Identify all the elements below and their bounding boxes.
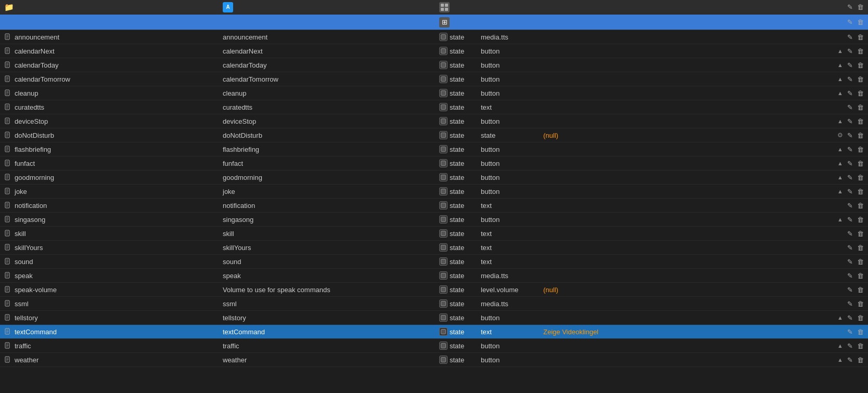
row-edit-btn[interactable]: ✎ [846,46,854,56]
row-type-col: state [437,356,479,364]
row-edit-btn[interactable]: ✎ [846,201,854,211]
table-row[interactable]: traffictrafficstatebutton▲✎🗑 [0,339,868,353]
row-up-arrow-btn[interactable]: ▲ [836,187,844,195]
row-up-arrow-btn[interactable]: ▲ [836,356,844,364]
row-delete-btn[interactable]: 🗑 [856,341,865,351]
row-edit-btn[interactable]: ✎ [846,243,854,253]
table-row[interactable]: calendarTomorrowcalendarTomorrowstatebut… [0,72,868,86]
row-edit-btn[interactable]: ✎ [846,116,854,126]
table-row[interactable]: jokejokestatebutton▲✎🗑 [0,185,868,199]
row-delete-btn[interactable]: 🗑 [856,102,865,112]
row-edit-btn[interactable]: ✎ [846,215,854,225]
row-up-arrow-btn[interactable]: ▲ [836,145,844,153]
row-edit-btn[interactable]: ✎ [846,173,854,182]
row-delete-btn[interactable]: 🗑 [856,257,865,267]
row-delete-btn[interactable]: 🗑 [856,313,865,323]
table-row[interactable]: flashbriefingflashbriefingstatebutton▲✎🗑 [0,142,868,156]
row-delete-btn[interactable]: 🗑 [856,215,865,225]
doc-icon [4,61,11,69]
table-row[interactable]: skillYoursskillYoursstatetext✎🗑 [0,241,868,255]
row-delete-btn[interactable]: 🗑 [856,327,865,337]
row-delete-btn[interactable]: 🗑 [856,159,865,168]
row-up-arrow-btn[interactable]: ▲ [836,215,844,224]
row-edit-btn[interactable]: ✎ [846,285,854,295]
row-up-arrow-btn[interactable]: ▲ [836,159,844,167]
row-up-arrow-btn[interactable]: ▲ [836,61,844,69]
row-edit-btn[interactable]: ✎ [846,60,854,70]
row-delete-btn[interactable]: 🗑 [856,271,865,281]
row-edit-btn[interactable]: ✎ [846,299,854,309]
table-row[interactable]: textCommandtextCommandstatetextZeige Vid… [0,325,868,339]
table-row[interactable]: doNotDisturbdoNotDisturbstatestate(null)… [0,128,868,142]
row-delete-btn[interactable]: 🗑 [856,243,865,253]
row-datatype: button [481,160,500,167]
row-edit-btn[interactable]: ✎ [846,229,854,239]
doc-icon [4,174,11,181]
row-delete-btn[interactable]: 🗑 [856,74,865,84]
doc-icon [4,272,11,279]
table-row[interactable]: goodmorninggoodmorningstatebutton▲✎🗑 [0,171,868,185]
row-up-arrow-btn[interactable]: ▲ [836,75,844,83]
table-row[interactable]: cleanupcleanupstatebutton▲✎🗑 [0,86,868,100]
row-edit-btn[interactable]: ✎ [846,102,854,112]
table-row[interactable]: announcementannouncementstatemedia.tts✎🗑 [0,30,868,44]
row-delete-btn[interactable]: 🗑 [856,355,865,365]
row-edit-btn[interactable]: ✎ [846,327,854,337]
table-row[interactable]: curatedttscuratedttsstatetext✎🗑 [0,100,868,114]
row-edit-btn[interactable]: ✎ [846,145,854,154]
row-datatype-col: button [479,75,541,83]
table-row[interactable]: funfactfunfactstatebutton▲✎🗑 [0,156,868,171]
row-edit-btn[interactable]: ✎ [846,257,854,267]
row-delete-btn[interactable]: 🗑 [856,145,865,154]
table-row[interactable]: skillskillstatetext✎🗑 [0,227,868,241]
table-row[interactable]: speak-volumeVolume to use for speak comm… [0,283,868,297]
row-delete-btn[interactable]: 🗑 [856,285,865,295]
row-edit-btn[interactable]: ✎ [846,130,854,140]
row-up-arrow-btn[interactable]: ▲ [836,117,844,125]
header-edit-btn[interactable]: ✎ [846,17,854,27]
row-delete-btn[interactable]: 🗑 [856,229,865,239]
row-edit-btn[interactable]: ✎ [846,313,854,323]
row-delete-btn[interactable]: 🗑 [856,130,865,140]
row-delete-btn[interactable]: 🗑 [856,60,865,70]
row-gear-btn[interactable]: ⚙ [836,130,844,140]
row-up-arrow-btn[interactable]: ▲ [836,342,844,350]
row-up-arrow-btn[interactable]: ▲ [836,313,844,322]
row-delete-btn[interactable]: 🗑 [856,299,865,309]
row-delete-btn[interactable]: 🗑 [856,32,865,42]
table-row[interactable]: notificationnotificationstatetext✎🗑 [0,199,868,213]
row-up-arrow-btn[interactable]: ▲ [836,89,844,97]
table-row[interactable]: ssmlssmlstatemedia.tts✎🗑 [0,297,868,311]
row-edit-btn[interactable]: ✎ [846,355,854,365]
row-delete-btn[interactable]: 🗑 [856,88,865,98]
row-edit-btn[interactable]: ✎ [846,74,854,84]
header-delete-btn[interactable]: 🗑 [856,17,865,27]
table-row[interactable]: tellstorytellstorystatebutton▲✎🗑 [0,311,868,325]
row-edit-btn[interactable]: ✎ [846,187,854,197]
row-delete-btn[interactable]: 🗑 [856,116,865,126]
table-row[interactable]: calendarNextcalendarNextstatebutton▲✎🗑 [0,44,868,58]
top-edit-btn[interactable]: ✎ [846,2,854,12]
table-row[interactable]: singasongsingasongstatebutton▲✎🗑 [0,213,868,227]
row-delete-btn[interactable]: 🗑 [856,173,865,182]
row-up-arrow-btn[interactable]: ▲ [836,47,844,55]
row-delete-btn[interactable]: 🗑 [856,46,865,56]
row-delete-btn[interactable]: 🗑 [856,201,865,211]
row-delete-btn[interactable]: 🗑 [856,187,865,197]
row-edit-btn[interactable]: ✎ [846,32,854,42]
top-delete-btn[interactable]: 🗑 [856,2,865,12]
row-datatype: state [481,132,495,139]
table-row[interactable]: weatherweatherstatebutton▲✎🗑 [0,353,868,367]
row-type-col: state [437,103,479,111]
table-row[interactable]: speakspeakstatemedia.tts✎🗑 [0,269,868,283]
table-row[interactable]: deviceStopdeviceStopstatebutton▲✎🗑 [0,114,868,128]
row-edit-btn[interactable]: ✎ [846,271,854,281]
table-row[interactable]: calendarTodaycalendarTodaystatebutton▲✎🗑 [0,58,868,72]
row-type-col: state [437,33,479,41]
row-type: state [450,342,464,350]
row-up-arrow-btn[interactable]: ▲ [836,173,844,181]
row-edit-btn[interactable]: ✎ [846,341,854,351]
row-edit-btn[interactable]: ✎ [846,88,854,98]
row-edit-btn[interactable]: ✎ [846,159,854,168]
table-row[interactable]: soundsoundstatetext✎🗑 [0,255,868,269]
